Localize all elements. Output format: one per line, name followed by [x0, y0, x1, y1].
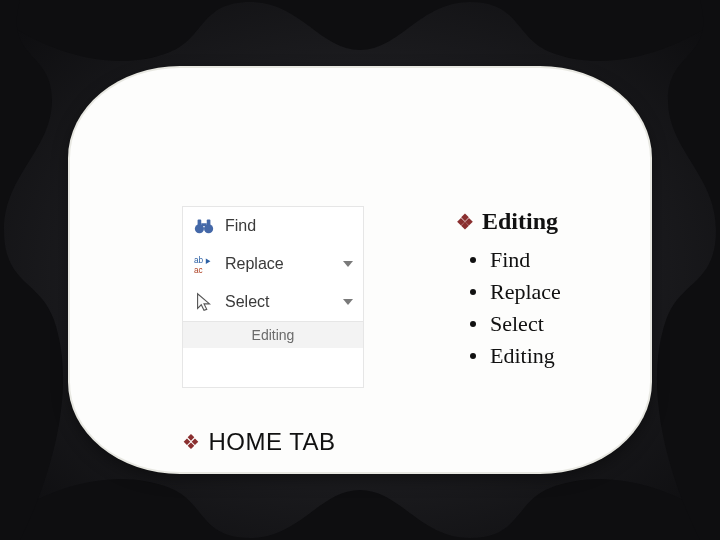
- slide: Find abac Replace Select Editing: [0, 0, 720, 540]
- diamond-bullet-icon: ❖: [182, 432, 201, 452]
- ribbon-group-label: Editing: [183, 321, 363, 348]
- ribbon-select-button[interactable]: Select: [183, 283, 363, 321]
- ribbon-select-label: Select: [225, 293, 269, 311]
- list-item-text: Select: [490, 311, 544, 337]
- list-item-text: Editing: [490, 343, 555, 369]
- list-heading: ❖ Editing: [456, 208, 561, 235]
- svg-text:ac: ac: [194, 266, 203, 275]
- bullet-dot-icon: [470, 321, 476, 327]
- home-tab-text: HOME TAB: [209, 428, 336, 456]
- list-item: Editing: [470, 343, 561, 369]
- diamond-bullet-icon: ❖: [456, 212, 474, 232]
- list-heading-text: Editing: [482, 208, 558, 235]
- list-item: Find: [470, 247, 561, 273]
- chevron-down-icon: [343, 261, 353, 267]
- svg-rect-2: [198, 220, 202, 226]
- svg-rect-3: [207, 220, 211, 226]
- ribbon-find-button[interactable]: Find: [183, 207, 363, 245]
- bullet-dot-icon: [470, 289, 476, 295]
- ribbon-find-label: Find: [225, 217, 256, 235]
- list-item-text: Find: [490, 247, 530, 273]
- bullet-dot-icon: [470, 353, 476, 359]
- list-item: Replace: [470, 279, 561, 305]
- replace-ab-ac-icon: abac: [193, 253, 215, 275]
- home-tab-label: ❖ HOME TAB: [182, 428, 336, 456]
- chevron-down-icon: [343, 299, 353, 305]
- ribbon-replace-button[interactable]: abac Replace: [183, 245, 363, 283]
- slide-text-list: ❖ Editing Find Replace Select Editing: [456, 208, 561, 375]
- list-item-text: Replace: [490, 279, 561, 305]
- list-item: Select: [470, 311, 561, 337]
- svg-rect-4: [201, 223, 207, 226]
- cursor-arrow-icon: [193, 291, 215, 313]
- svg-text:ab: ab: [194, 256, 204, 265]
- bullet-dot-icon: [470, 257, 476, 263]
- content-card: Find abac Replace Select Editing: [70, 68, 650, 472]
- binoculars-icon: [193, 215, 215, 237]
- ribbon-replace-label: Replace: [225, 255, 284, 273]
- ribbon-editing-group: Find abac Replace Select Editing: [182, 206, 364, 388]
